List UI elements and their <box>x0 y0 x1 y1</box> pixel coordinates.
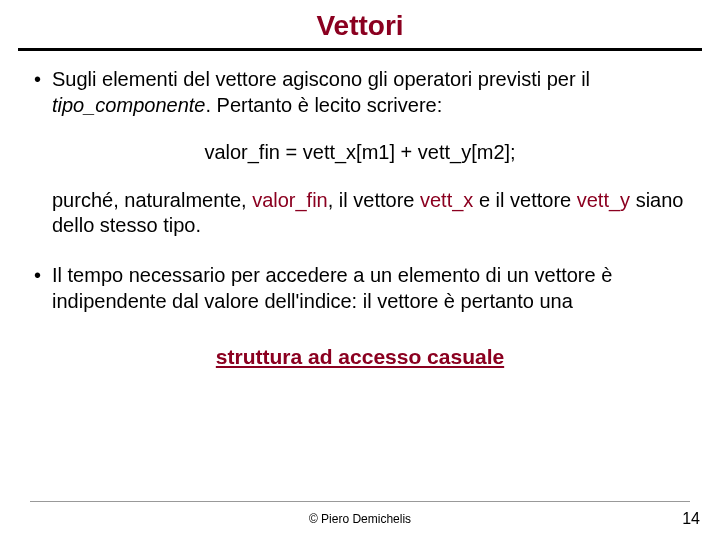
content-area: Sugli elementi del vettore agiscono gli … <box>0 59 720 371</box>
footer-rule <box>30 501 690 502</box>
bullet-2: Il tempo necessario per accedere a un el… <box>30 263 690 314</box>
title-rule <box>18 48 702 51</box>
bullet-1-italic: tipo_componente <box>52 94 205 116</box>
highlight-text: struttura ad accesso casuale <box>30 344 690 371</box>
copyright: © Piero Demichelis <box>0 512 720 526</box>
follow-e: e il vettore <box>473 189 576 211</box>
follow-valor-fin: valor_fin <box>252 189 328 211</box>
page-number: 14 <box>682 510 700 528</box>
bullet-1-text-c: . Pertanto è lecito scrivere: <box>205 94 442 116</box>
slide: Vettori Sugli elementi del vettore agisc… <box>0 0 720 540</box>
code-example: valor_fin = vett_x[m1] + vett_y[m2]; <box>30 140 690 166</box>
follow-c: , il vettore <box>328 189 420 211</box>
bullet-1-text-a: Sugli elementi del vettore agiscono gli … <box>52 68 590 90</box>
follow-a: purché, naturalmente, <box>52 189 252 211</box>
slide-title: Vettori <box>0 0 720 48</box>
follow-paragraph: purché, naturalmente, valor_fin, il vett… <box>30 188 690 239</box>
follow-vett-y: vett_y <box>577 189 630 211</box>
follow-vett-x: vett_x <box>420 189 473 211</box>
bullet-1: Sugli elementi del vettore agiscono gli … <box>30 67 690 118</box>
bullet-2-text: Il tempo necessario per accedere a un el… <box>52 264 612 312</box>
